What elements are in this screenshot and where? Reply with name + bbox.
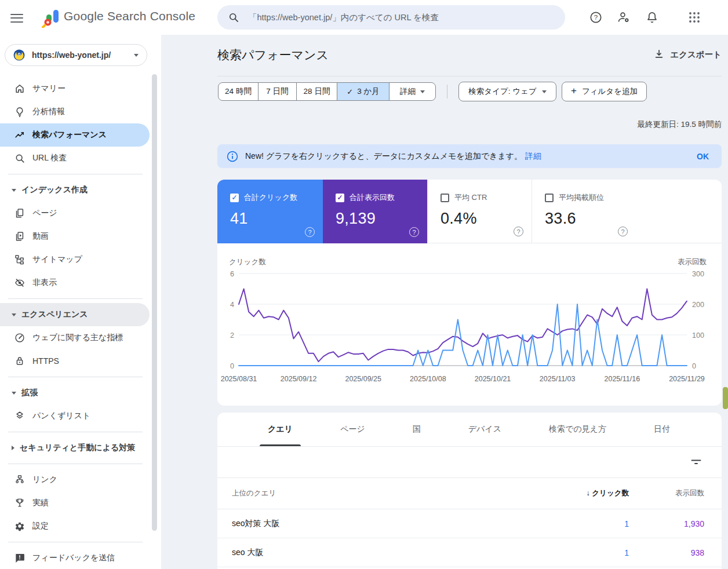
magnifier-icon	[14, 152, 26, 164]
sidebar-item-breadcrumbs[interactable]: パンくずリスト	[0, 404, 150, 428]
search-input[interactable]	[249, 13, 550, 22]
top-app-bar: Google Search Console ?	[0, 0, 728, 35]
sidebar-item-removals[interactable]: 非表示	[0, 271, 150, 294]
url-inspection-search-bar[interactable]	[217, 5, 565, 30]
sidebar-item-links[interactable]: リンク	[0, 468, 150, 491]
table-row[interactable]: seo 大阪 1 938	[217, 538, 722, 567]
tab-devices[interactable]: デバイス	[454, 413, 515, 446]
sidebar: https://web-yonet.jp/ サマリー 分析情報 検索パフォーマン…	[0, 35, 161, 569]
filter-icon[interactable]	[690, 456, 702, 469]
sidebar-section-security-manual-actions[interactable]: セキュリティと手動による対策	[0, 436, 150, 459]
sidebar-scrollbar[interactable]	[152, 74, 157, 531]
tab-countries[interactable]: 国	[399, 413, 435, 446]
links-hub-icon	[14, 474, 26, 486]
total-clicks-card[interactable]: ✓合計クリック数 41 ?	[217, 180, 323, 243]
user-settings-icon[interactable]	[617, 10, 631, 24]
table-filter-row	[217, 447, 722, 478]
chevron-down-icon	[134, 54, 139, 57]
column-header-impressions[interactable]: 表示回数	[652, 488, 704, 498]
range-7d-button[interactable]: 7 日間	[258, 83, 296, 100]
banner-ok-button[interactable]: OK	[697, 152, 709, 161]
sidebar-section-indexing[interactable]: インデックス作成	[0, 178, 150, 202]
tab-queries[interactable]: クエリ	[254, 413, 307, 446]
sidebar-item-sitemaps[interactable]: サイトマップ	[0, 248, 150, 271]
property-selector[interactable]: https://web-yonet.jp/	[5, 44, 147, 66]
search-icon	[228, 12, 239, 23]
hamburger-menu-icon[interactable]	[9, 11, 24, 24]
checkbox-unchecked-icon[interactable]	[441, 194, 449, 202]
svg-text:4: 4	[230, 301, 234, 309]
product-name: Google Search Console	[64, 9, 195, 23]
page-scrollbar-thumb[interactable]	[723, 387, 728, 409]
export-button[interactable]: エクスポート	[653, 49, 722, 60]
svg-text:100: 100	[692, 331, 704, 340]
sidebar-section-experience[interactable]: エクスペリエンス	[0, 303, 150, 326]
divider	[8, 174, 143, 174]
query-cell[interactable]: seo 大阪	[232, 548, 559, 558]
banner-details-link[interactable]: 詳細	[525, 151, 541, 162]
add-filter-chip[interactable]: + フィルタを追加	[562, 82, 647, 101]
sidebar-item-achievements[interactable]: 実績	[0, 491, 150, 515]
dimension-tabs: クエリ ページ 国 デバイス 検索での見え方 日付	[217, 413, 722, 447]
checkbox-unchecked-icon[interactable]	[545, 194, 554, 202]
range-custom-button[interactable]: 詳細	[389, 83, 435, 100]
range-24h-button[interactable]: 24 時間	[219, 83, 258, 100]
sidebar-item-send-feedback[interactable]: フィードバックを送信	[0, 546, 150, 569]
sidebar-section-enhancements[interactable]: 拡張	[0, 381, 150, 404]
help-icon[interactable]: ?	[589, 10, 603, 24]
help-question-icon[interactable]: ?	[618, 227, 628, 236]
divider	[217, 76, 722, 76]
tab-search-appearance[interactable]: 検索での見え方	[535, 413, 620, 446]
svg-text:0: 0	[230, 362, 234, 370]
average-ctr-card[interactable]: 平均 CTR 0.4% ?	[427, 180, 532, 243]
sidebar-item-videos[interactable]: 動画	[0, 225, 150, 248]
help-question-icon[interactable]: ?	[305, 227, 315, 237]
average-position-card[interactable]: 平均掲載順位 33.6 ?	[532, 180, 636, 243]
column-header-top-queries[interactable]: 上位のクエリ	[232, 488, 559, 498]
divider	[8, 464, 143, 464]
svg-text:2025/09/12: 2025/09/12	[281, 375, 317, 383]
expand-triangle-icon	[12, 446, 14, 450]
sidebar-item-pages[interactable]: ページ	[0, 202, 150, 225]
new-feature-banner: New! グラフを右クリックすると、データにカスタムメモを追加できます。 詳細 …	[217, 144, 722, 168]
metric-row-filler	[636, 180, 722, 243]
tab-dates[interactable]: 日付	[640, 413, 684, 446]
download-icon	[653, 49, 665, 60]
sidebar-item-core-web-vitals[interactable]: ウェブに関する主な指標	[0, 326, 150, 349]
total-clicks-value: 41	[230, 210, 323, 228]
clicks-cell: 1	[559, 548, 629, 557]
feedback-icon	[14, 552, 26, 564]
checkbox-checked-icon[interactable]: ✓	[230, 194, 239, 202]
total-impressions-card[interactable]: ✓合計表示回数 9,139 ?	[323, 180, 427, 243]
svg-text:2025/08/31: 2025/08/31	[221, 375, 257, 383]
checkbox-checked-icon[interactable]: ✓	[336, 194, 344, 202]
performance-card: ✓合計クリック数 41 ? ✓合計表示回数 9,139 ? 平均 CTR 0.4…	[217, 180, 722, 406]
column-header-clicks-sorted[interactable]: ↓ クリック数	[559, 488, 629, 498]
trophy-icon	[14, 497, 26, 509]
sidebar-item-insights[interactable]: 分析情報	[0, 100, 150, 123]
sidebar-item-settings[interactable]: 設定	[0, 515, 150, 538]
search-type-chip[interactable]: 検索タイプ: ウェブ	[458, 82, 556, 101]
impressions-cell: 1,930	[652, 519, 704, 528]
plus-icon: +	[571, 85, 577, 97]
sidebar-item-summary[interactable]: サマリー	[0, 77, 150, 100]
sidebar-item-url-inspection[interactable]: URL 検査	[0, 147, 150, 170]
svg-text:6: 6	[230, 270, 234, 278]
query-cell[interactable]: seo対策 大阪	[232, 519, 559, 529]
performance-line-chart[interactable]: 630042002100002025/08/312025/09/122025/0…	[217, 252, 722, 391]
sidebar-item-search-performance[interactable]: 検索パフォーマンス	[0, 123, 150, 147]
collapse-triangle-icon	[12, 392, 16, 395]
table-row[interactable]: seo対策 大阪 1 1,930	[217, 509, 722, 538]
help-question-icon[interactable]: ?	[409, 227, 419, 237]
tab-pages[interactable]: ページ	[326, 413, 379, 446]
range-3mo-button-selected[interactable]: ✓3 か月	[337, 83, 389, 100]
gear-icon	[14, 520, 26, 532]
sidebar-item-https[interactable]: HTTPS	[0, 349, 150, 373]
svg-text:2025/11/03: 2025/11/03	[540, 375, 576, 383]
help-question-icon[interactable]: ?	[514, 227, 523, 236]
eye-off-icon	[14, 277, 26, 289]
notifications-bell-icon[interactable]	[645, 10, 659, 24]
search-console-logo-icon	[42, 7, 63, 28]
apps-grid-icon[interactable]	[687, 10, 701, 24]
range-28d-button[interactable]: 28 日間	[296, 83, 337, 100]
